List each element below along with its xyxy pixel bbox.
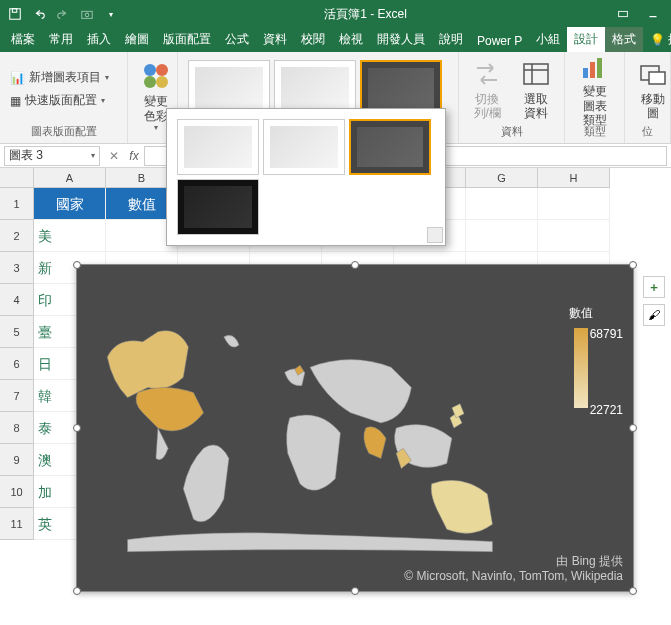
svg-point-3 [85,13,89,17]
select-data-icon [520,58,552,90]
svg-point-7 [156,64,168,76]
row-header[interactable]: 9 [0,444,34,476]
camera-icon[interactable] [76,3,98,25]
row-header[interactable]: 1 [0,188,34,220]
row-header[interactable]: 3 [0,252,34,284]
minimize-icon[interactable] [639,3,667,25]
svg-point-6 [144,64,156,76]
tab-review[interactable]: 校閱 [294,27,332,52]
row-header[interactable]: 5 [0,316,34,348]
resize-handle[interactable] [351,261,359,269]
row-header[interactable]: 6 [0,348,34,380]
cancel-icon[interactable]: ✕ [104,146,124,166]
svg-rect-14 [590,62,595,78]
svg-rect-1 [12,9,16,13]
col-header[interactable]: A [34,168,106,188]
move-icon [637,58,669,90]
tab-draw[interactable]: 繪圖 [118,27,156,52]
group-label-data: 資料 [465,122,558,139]
legend-max: 68791 [590,327,623,341]
gallery-expand-icon[interactable] [427,227,443,243]
tab-help[interactable]: 說明 [432,27,470,52]
row-header[interactable]: 4 [0,284,34,316]
undo-icon[interactable] [28,3,50,25]
tab-insert[interactable]: 插入 [80,27,118,52]
style-popup-2[interactable] [263,119,345,175]
add-chart-element-button[interactable]: 📊新增圖表項目▾ [6,67,113,88]
tab-chart-design[interactable]: 設計 [567,27,605,52]
style-popup-1[interactable] [177,119,259,175]
chart-elements-button[interactable]: ＋ [643,276,665,298]
resize-handle[interactable] [629,587,637,595]
ribbon-tabs: 檔案 常用 插入 繪圖 版面配置 公式 資料 校閱 檢視 開發人員 說明 Pow… [0,28,671,52]
tab-powerpivot[interactable]: Power P [470,30,529,52]
chart-legend[interactable]: 數值 68791 22721 [541,305,621,414]
chart-styles-button[interactable]: 🖌 [643,304,665,326]
style-popup-3[interactable] [349,119,431,175]
resize-handle[interactable] [73,261,81,269]
tab-pagelayout[interactable]: 版面配置 [156,27,218,52]
switch-icon [471,58,503,90]
legend-gradient [574,328,588,408]
ribbon-options-icon[interactable] [609,3,637,25]
svg-point-8 [144,76,156,88]
tab-view[interactable]: 檢視 [332,27,370,52]
svg-rect-17 [649,72,665,84]
brush-icon: 🖌 [648,308,660,322]
resize-handle[interactable] [351,587,359,595]
tab-home[interactable]: 常用 [42,27,80,52]
col-header[interactable]: H [538,168,610,188]
title-bar: ▾ 活頁簿1 - Excel [0,0,671,28]
row-header[interactable]: 11 [0,508,34,540]
tab-data[interactable]: 資料 [256,27,294,52]
resize-handle[interactable] [73,424,81,432]
tell-me[interactable]: 💡操作說明 [643,27,671,52]
qat-dropdown-icon[interactable]: ▾ [100,3,122,25]
quick-layout-button[interactable]: ▦快速版面配置▾ [6,90,109,111]
chart-attribution: 由 Bing 提供 © Microsoft, Navinfo, TomTom, … [404,554,623,585]
tab-file[interactable]: 檔案 [4,27,42,52]
tab-developer[interactable]: 開發人員 [370,27,432,52]
tab-team[interactable]: 小組 [529,27,567,52]
resize-handle[interactable] [73,587,81,595]
select-all-corner[interactable] [0,168,34,188]
tab-chart-format[interactable]: 格式 [605,27,643,52]
col-header[interactable]: G [466,168,538,188]
cell[interactable] [466,188,538,220]
row-header[interactable]: 10 [0,476,34,508]
tab-formulas[interactable]: 公式 [218,27,256,52]
select-data-button[interactable]: 選取資料 [514,56,559,122]
group-label-layout: 圖表版面配置 [6,122,121,139]
layout-icon: ▦ [10,94,21,108]
row-header[interactable]: 8 [0,412,34,444]
save-icon[interactable] [4,3,26,25]
window-title: 活頁簿1 - Excel [122,6,609,23]
map-plot-area[interactable] [87,295,533,561]
cell[interactable] [466,220,538,252]
ribbon: 📊新增圖表項目▾ ▦快速版面配置▾ 圖表版面配置 變更色彩▾ 切換列/欄 [0,52,671,144]
row-header[interactable]: 2 [0,220,34,252]
svg-point-9 [156,76,168,88]
svg-rect-4 [619,11,628,16]
legend-min: 22721 [590,403,623,417]
cell[interactable]: 國家 [34,188,106,220]
group-label-type: 類型 [571,122,618,139]
cell[interactable] [538,220,610,252]
bulb-icon: 💡 [650,33,665,47]
chevron-down-icon: ▾ [91,151,95,160]
resize-handle[interactable] [629,424,637,432]
plus-icon: ＋ [648,279,660,296]
fx-icon[interactable]: fx [124,146,144,166]
switch-row-col-button[interactable]: 切換列/欄 [465,56,510,122]
cell[interactable]: 美 [34,220,106,252]
move-chart-button[interactable]: 移動圖 [631,56,671,122]
name-box[interactable]: 圖表 3▾ [4,146,100,166]
cell[interactable] [538,188,610,220]
quick-access-toolbar: ▾ [4,3,122,25]
row-header[interactable]: 7 [0,380,34,412]
resize-handle[interactable] [629,261,637,269]
change-chart-type-button[interactable]: 變更圖表類型 [571,56,618,122]
style-popup-4[interactable] [177,179,259,235]
redo-icon[interactable] [52,3,74,25]
map-chart[interactable]: 數值 68791 22721 由 Bing 提供 © Microsoft, Na… [76,264,634,592]
